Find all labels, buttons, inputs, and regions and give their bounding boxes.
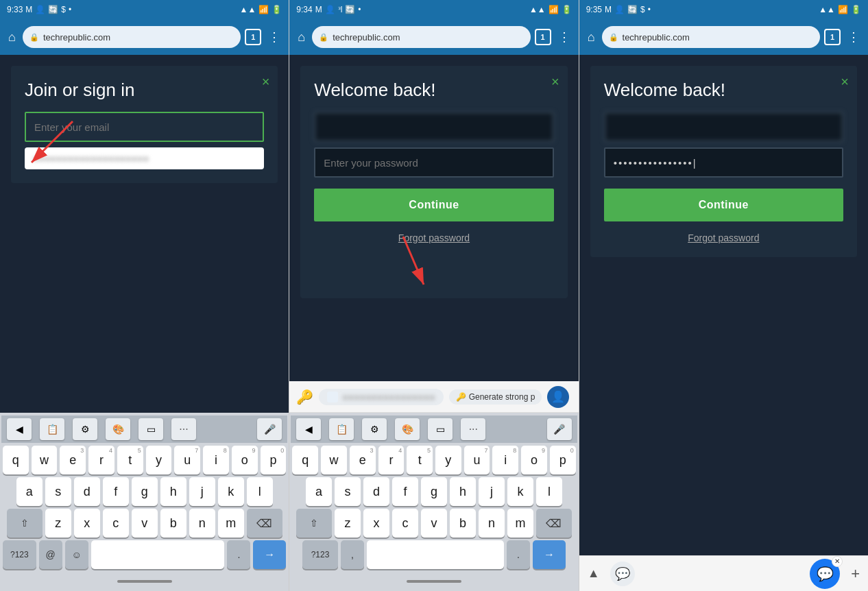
key-i-2[interactable]: i8: [492, 446, 518, 474]
autocomplete-1[interactable]: ●●●●●●●●●●●●●●●●●●●●: [25, 147, 264, 169]
key-b-2[interactable]: b: [450, 509, 476, 538]
key-num-switch-2[interactable]: ?123: [302, 540, 338, 569]
key-q-1[interactable]: q: [3, 446, 29, 474]
key-period-2[interactable]: .: [507, 540, 530, 569]
tab-count-3[interactable]: 1: [824, 29, 841, 45]
key-n-2[interactable]: n: [479, 509, 505, 538]
key-x-1[interactable]: x: [74, 509, 100, 538]
key-t-2[interactable]: t5: [407, 446, 433, 474]
key-b-1[interactable]: b: [160, 509, 186, 538]
key-l-1[interactable]: l: [247, 477, 273, 506]
modal-close-3[interactable]: ×: [841, 74, 849, 90]
key-shift-2[interactable]: ⇧: [296, 509, 332, 538]
key-w-1[interactable]: w: [32, 446, 58, 474]
key-i-1[interactable]: i8: [203, 446, 229, 474]
key-r-1[interactable]: r4: [88, 446, 114, 474]
key-d-1[interactable]: d: [74, 477, 100, 506]
key-n-1[interactable]: n: [189, 509, 215, 538]
modal-close-2[interactable]: ×: [551, 74, 559, 90]
home-button-2[interactable]: ⌂: [295, 27, 308, 47]
forgot-link-2[interactable]: Forgot password: [314, 232, 553, 243]
key-c-2[interactable]: c: [392, 509, 418, 538]
home-button-1[interactable]: ⌂: [5, 27, 19, 47]
key-u-2[interactable]: u7: [464, 446, 490, 474]
key-emoji-1[interactable]: ☺: [65, 540, 88, 569]
key-v-1[interactable]: v: [132, 509, 158, 538]
key-k-1[interactable]: k: [218, 477, 244, 506]
url-bar-3[interactable]: 🔒 techrepublic.com: [602, 26, 820, 48]
key-g-2[interactable]: g: [421, 477, 447, 506]
key-r-2[interactable]: r4: [378, 446, 405, 474]
key-q-2[interactable]: q: [292, 446, 318, 474]
forgot-link-3[interactable]: Forgot password: [604, 232, 843, 243]
key-o-2[interactable]: o9: [521, 446, 547, 474]
email-input-1[interactable]: [25, 112, 264, 142]
key-d-2[interactable]: d: [363, 477, 389, 506]
kb-mic-btn-2[interactable]: 🎤: [547, 418, 572, 440]
key-e-2[interactable]: e3: [350, 446, 376, 474]
bottom-back-btn-3[interactable]: ▲: [588, 566, 600, 581]
kb-clipboard-btn-1[interactable]: 📋: [40, 418, 64, 440]
kb-mic-btn-1[interactable]: 🎤: [257, 418, 282, 440]
key-m-1[interactable]: m: [218, 509, 244, 538]
key-f-2[interactable]: f: [392, 477, 418, 506]
key-h-1[interactable]: h: [160, 477, 186, 506]
key-s-2[interactable]: s: [335, 477, 361, 506]
password-input-2[interactable]: [314, 147, 553, 178]
url-bar-2[interactable]: 🔒 techrepublic.com: [312, 26, 530, 48]
kb-more-btn-1[interactable]: ···: [171, 418, 196, 440]
menu-dots-2[interactable]: ⋮: [555, 27, 573, 47]
key-c-1[interactable]: c: [103, 509, 129, 538]
key-at-1[interactable]: @: [39, 540, 62, 569]
key-v-2[interactable]: v: [421, 509, 447, 538]
key-backspace-1[interactable]: ⌫: [247, 509, 282, 538]
key-y-2[interactable]: y: [435, 446, 461, 474]
key-s-1[interactable]: s: [45, 477, 71, 506]
key-space-2[interactable]: [367, 540, 504, 569]
key-shift-1[interactable]: ⇧: [7, 509, 43, 538]
key-j-1[interactable]: j: [189, 477, 215, 506]
key-comma-2[interactable]: ,: [341, 540, 364, 569]
kb-more-btn-2[interactable]: ···: [461, 418, 485, 440]
kb-settings-btn-2[interactable]: ⚙: [362, 418, 387, 440]
modal-close-1[interactable]: ×: [262, 74, 270, 90]
fab-close-3[interactable]: ✕: [832, 556, 843, 567]
kb-theme-btn-2[interactable]: 🎨: [395, 418, 420, 440]
tab-count-1[interactable]: 1: [245, 29, 261, 45]
chat-icon-3[interactable]: 💬: [610, 562, 635, 586]
messenger-fab-3[interactable]: 💬 ✕: [810, 559, 840, 589]
kb-gif-btn-1[interactable]: ▭: [138, 418, 163, 440]
key-t-1[interactable]: t5: [117, 446, 143, 474]
key-y-1[interactable]: y: [146, 446, 172, 474]
key-z-1[interactable]: z: [45, 509, 71, 538]
kb-clipboard-btn-2[interactable]: 📋: [329, 418, 354, 440]
url-bar-1[interactable]: 🔒 techrepublic.com: [23, 26, 241, 48]
panel3-plus-btn[interactable]: +: [851, 565, 860, 583]
key-z-2[interactable]: z: [335, 509, 361, 538]
kb-settings-btn-1[interactable]: ⚙: [73, 418, 97, 440]
key-g-1[interactable]: g: [132, 477, 158, 506]
key-e-1[interactable]: e3: [60, 446, 86, 474]
tab-count-2[interactable]: 1: [535, 29, 551, 45]
generate-btn-2[interactable]: 🔑 Generate strong p: [449, 389, 542, 405]
home-button-3[interactable]: ⌂: [585, 27, 598, 47]
key-o-1[interactable]: o9: [232, 446, 258, 474]
key-period-1[interactable]: .: [227, 540, 250, 569]
pw-chip-2[interactable]: ●●●●●●●●●●●●●●●●: [319, 389, 443, 405]
continue-button-3[interactable]: Continue: [604, 189, 843, 221]
continue-button-2[interactable]: Continue: [314, 189, 553, 221]
key-p-1[interactable]: p0: [261, 446, 287, 474]
key-x-2[interactable]: x: [363, 509, 389, 538]
key-p-2[interactable]: p0: [550, 446, 576, 474]
key-w-2[interactable]: w: [321, 446, 347, 474]
menu-dots-3[interactable]: ⋮: [845, 27, 863, 47]
key-j-2[interactable]: j: [479, 477, 505, 506]
password-input-3[interactable]: [604, 147, 843, 178]
key-num-switch-1[interactable]: ?123: [3, 540, 36, 569]
kb-theme-btn-1[interactable]: 🎨: [106, 418, 130, 440]
key-backspace-2[interactable]: ⌫: [536, 509, 572, 538]
key-f-1[interactable]: f: [103, 477, 129, 506]
key-h-2[interactable]: h: [450, 477, 476, 506]
kb-back-btn-1[interactable]: ◀: [7, 418, 32, 440]
key-u-1[interactable]: u7: [174, 446, 200, 474]
